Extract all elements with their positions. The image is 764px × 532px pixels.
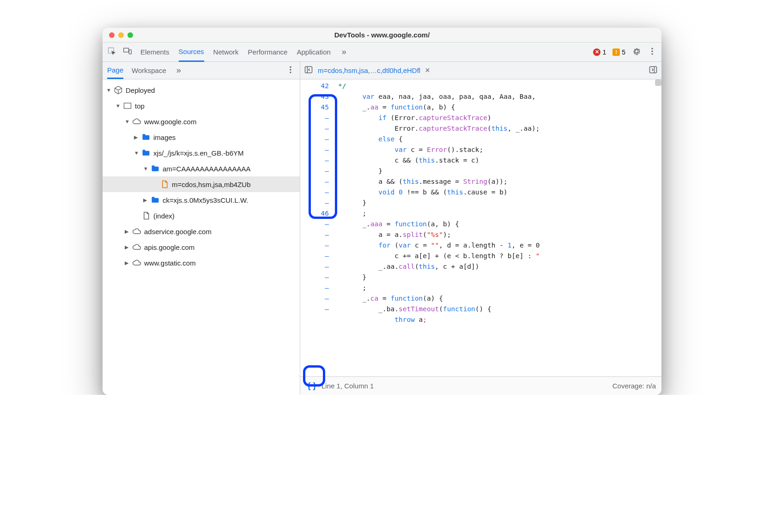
tree-arrow-icon[interactable]: ▶ — [143, 197, 150, 203]
sources-subbar: Page Workspace » m=cdos,hsm,jsa,…c,dtl0h… — [103, 62, 661, 79]
tree-arrow-icon[interactable]: ▶ — [134, 134, 140, 140]
folder-icon — [151, 164, 160, 173]
tree-label: ck=xjs.s.0Mx5ys3sCUI.L.W. — [163, 196, 248, 204]
tree-label: am=CAAAAAAAAAAAAAAA — [163, 165, 251, 173]
main-area: ▼Deployed▼top▼www.google.com▶images▼xjs/… — [103, 79, 661, 395]
code-content[interactable]: */ var eaa, naa, jaa, oaa, paa, qaa, Aaa… — [333, 79, 661, 376]
file-icon — [160, 180, 169, 189]
nav-tab-workspace[interactable]: Workspace — [132, 62, 166, 79]
folder-icon — [141, 148, 151, 157]
frame-icon — [123, 101, 132, 110]
tab-sources[interactable]: Sources — [179, 43, 204, 62]
window-title: DevTools - www.google.com/ — [103, 31, 661, 39]
tabs-overflow[interactable]: » — [342, 47, 346, 57]
tree-arrow-icon[interactable]: ▶ — [125, 260, 131, 266]
tree-label: adservice.google.com — [144, 228, 212, 236]
svg-point-3 — [651, 48, 653, 49]
tab-network[interactable]: Network — [213, 42, 239, 61]
error-count[interactable]: ✕1 — [593, 48, 606, 56]
svg-rect-2 — [129, 50, 131, 54]
tree-arrow-icon[interactable]: ▼ — [125, 119, 131, 124]
svg-rect-1 — [124, 48, 129, 52]
pretty-print-button[interactable]: { } — [302, 378, 321, 394]
tree-item[interactable]: m=cdos,hsm,jsa,mb4ZUb — [103, 176, 300, 192]
cloud-icon — [132, 117, 141, 126]
warning-count[interactable]: !5 — [612, 48, 625, 56]
tree-label: (index) — [153, 212, 175, 220]
tree-item[interactable]: ▼xjs/_/js/k=xjs.s.en_GB.-b6YM — [103, 145, 300, 161]
tree-arrow-icon[interactable]: ▼ — [143, 166, 150, 171]
cloud-icon — [132, 227, 141, 236]
nav-overflow[interactable]: » — [176, 66, 181, 75]
inspect-icon[interactable] — [107, 47, 116, 57]
close-file-icon[interactable]: × — [425, 66, 430, 75]
tree-arrow-icon[interactable]: ▼ — [134, 150, 140, 156]
tree-item[interactable]: ▶apis.google.com — [103, 239, 300, 255]
editor-footer: { } Line 1, Column 1 Coverage: n/a — [300, 376, 661, 395]
svg-rect-13 — [124, 103, 131, 109]
tree-label: www.gstatic.com — [144, 259, 196, 267]
code-editor: 424345–––––––––46––––––––– */ var eaa, n… — [300, 79, 661, 395]
svg-point-5 — [651, 53, 653, 54]
editor-tabbar: m=cdos,hsm,jsa,…c,dtl0hd,eHDfl × — [300, 62, 661, 79]
cloud-icon — [132, 258, 141, 267]
tree-item[interactable]: ▶www.gstatic.com — [103, 255, 300, 271]
tree-label: top — [135, 102, 145, 110]
tree-arrow-icon[interactable]: ▶ — [125, 229, 131, 235]
navigator-tabs: Page Workspace » — [103, 62, 300, 79]
tree-arrow-icon[interactable]: ▶ — [125, 244, 131, 250]
cube-icon — [114, 85, 123, 95]
scrollbar-vertical[interactable] — [655, 79, 661, 86]
tree-arrow-icon[interactable]: ▼ — [106, 87, 113, 93]
tab-performance[interactable]: Performance — [248, 42, 288, 61]
tree-label: images — [153, 133, 176, 141]
tab-elements[interactable]: Elements — [140, 42, 170, 61]
settings-icon[interactable] — [632, 47, 641, 57]
tree-item[interactable]: ▶images — [103, 129, 300, 145]
device-toggle-icon[interactable] — [123, 47, 132, 57]
open-file-tab[interactable]: m=cdos,hsm,jsa,…c,dtl0hd,eHDfl — [318, 66, 420, 74]
svg-point-6 — [290, 66, 291, 68]
line-gutter[interactable]: 424345–––––––––46––––––––– — [300, 79, 333, 376]
svg-point-7 — [290, 69, 291, 70]
tree-item[interactable]: ▼Deployed — [103, 82, 300, 98]
tree-item[interactable]: (index) — [103, 208, 300, 224]
cloud-icon — [132, 242, 141, 252]
kebab-menu-icon[interactable] — [648, 47, 657, 57]
main-toolbar: Elements Sources Network Performance App… — [103, 42, 661, 62]
tree-item[interactable]: ▶ck=xjs.s.0Mx5ys3sCUI.L.W. — [103, 192, 300, 208]
svg-point-4 — [651, 50, 653, 52]
svg-point-8 — [290, 72, 291, 73]
tree-item[interactable]: ▼am=CAAAAAAAAAAAAAAA — [103, 161, 300, 176]
titlebar: DevTools - www.google.com/ — [103, 28, 661, 42]
toggle-navigator-icon[interactable] — [304, 65, 313, 76]
nav-tab-page[interactable]: Page — [107, 62, 123, 79]
folder-icon — [141, 133, 151, 142]
tree-label: xjs/_/js/k=xjs.s.en_GB.-b6YM — [153, 149, 243, 157]
doc-icon — [141, 211, 151, 220]
tree-label: www.google.com — [144, 118, 196, 126]
cursor-position: Line 1, Column 1 — [321, 382, 374, 390]
toggle-debugger-icon[interactable] — [649, 65, 658, 76]
tree-item[interactable]: ▼top — [103, 98, 300, 114]
folder-icon — [151, 195, 160, 205]
nav-menu-icon[interactable] — [286, 65, 295, 76]
tree-label: apis.google.com — [144, 243, 194, 251]
tree-item[interactable]: ▶adservice.google.com — [103, 224, 300, 239]
tree-item[interactable]: ▼www.google.com — [103, 114, 300, 129]
tree-arrow-icon[interactable]: ▼ — [115, 103, 122, 109]
tree-label: Deployed — [126, 86, 155, 94]
tree-label: m=cdos,hsm,jsa,mb4ZUb — [172, 181, 250, 188]
devtools-window: DevTools - www.google.com/ Elements Sour… — [103, 28, 661, 395]
tab-application[interactable]: Application — [297, 42, 330, 61]
file-tree: ▼Deployed▼top▼www.google.com▶images▼xjs/… — [103, 79, 300, 395]
coverage-status: Coverage: n/a — [612, 382, 656, 390]
panel-tabs: Elements Sources Network Performance App… — [140, 42, 346, 61]
